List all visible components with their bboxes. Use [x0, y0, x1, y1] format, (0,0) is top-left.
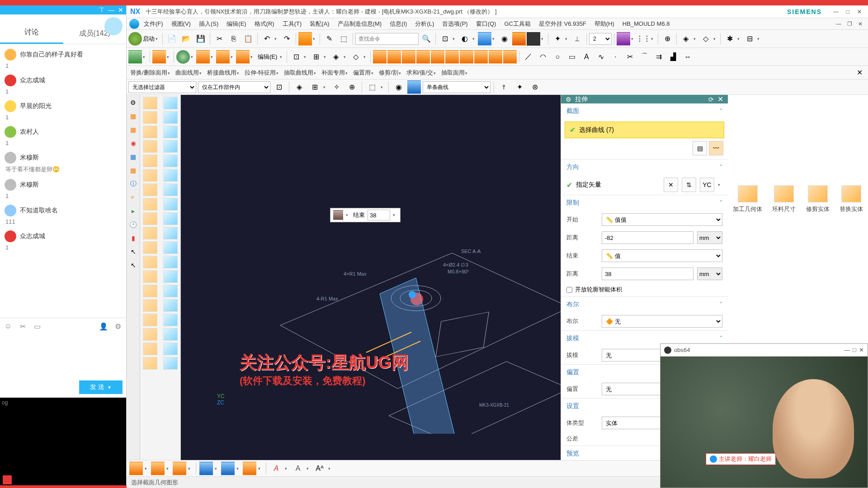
vector-dialog-icon[interactable]: ✕ — [664, 178, 678, 192]
vtool-a18[interactable] — [143, 357, 157, 370]
menu-item[interactable]: 星空外挂 V6.935F — [535, 19, 590, 29]
vtool-a9[interactable] — [143, 227, 157, 239]
vtool-b11[interactable] — [163, 256, 178, 268]
pin-icon[interactable]: ⊤ — [99, 6, 104, 14]
dim-icon[interactable]: ↔ — [681, 50, 694, 64]
feat2-icon[interactable] — [196, 50, 210, 64]
fillet-icon[interactable]: ⌒ — [637, 50, 651, 64]
menu-item[interactable]: 装配(A) — [306, 19, 333, 29]
section-offset[interactable]: 偏置 — [566, 368, 579, 376]
sel3-icon[interactable]: ⊞ — [308, 80, 321, 94]
save-icon[interactable]: 💾 — [194, 32, 208, 46]
rail2-icon[interactable]: ▦ — [128, 125, 138, 135]
command-search[interactable] — [355, 33, 419, 45]
sel5-icon[interactable]: ⊕ — [345, 80, 359, 94]
right-button[interactable]: 加工几何体 — [733, 185, 762, 213]
menu-item[interactable]: 窗口(Q) — [472, 19, 500, 29]
nx-minimize-icon[interactable]: — — [831, 8, 841, 16]
curve-icon[interactable]: 〰 — [709, 141, 723, 155]
selection-filter[interactable]: 无选择过滤器 — [128, 81, 196, 93]
person-icon[interactable]: 👤 — [99, 322, 108, 331]
spline-icon[interactable]: ∿ — [594, 50, 608, 64]
gear-icon[interactable]: ⚙ — [113, 322, 123, 331]
custom-tool[interactable]: 抽取曲线用▾ — [282, 68, 318, 78]
clock-icon[interactable]: 🕐 — [128, 220, 138, 230]
custom-tool[interactable]: 曲面线用▾ — [174, 68, 203, 78]
start-type[interactable]: 📏 值值 — [602, 213, 722, 226]
datum-icon[interactable]: ✦ — [551, 32, 564, 46]
feat7-icon[interactable]: ◈ — [329, 50, 343, 64]
section-settings[interactable]: 设置 — [566, 402, 579, 410]
rail4-icon[interactable]: ▦ — [128, 152, 138, 162]
vtool-b13[interactable] — [163, 285, 178, 297]
assembly-icon[interactable] — [617, 32, 630, 46]
bt1-icon[interactable] — [129, 462, 143, 475]
vtool-a4[interactable] — [143, 155, 157, 167]
shade-icon[interactable]: ◐ — [458, 32, 472, 46]
dyn-box-icon[interactable] — [333, 210, 343, 220]
offset-icon[interactable]: ⇉ — [652, 50, 665, 64]
edit-menu[interactable]: 编辑(E) — [256, 53, 279, 61]
section-direction[interactable]: 方向 — [566, 163, 579, 171]
custom-tool[interactable]: 偏置用▾ — [351, 68, 375, 78]
feature-icon-6[interactable] — [460, 50, 473, 64]
tray-icon[interactable] — [3, 475, 12, 484]
open-icon[interactable]: 📂 — [179, 32, 193, 46]
menu-item[interactable]: 首选项(P) — [439, 19, 471, 29]
unit2[interactable]: mm — [697, 267, 722, 280]
extrude-icon[interactable] — [128, 50, 142, 64]
sel6-icon[interactable]: ⬚ — [365, 80, 379, 94]
start-icon[interactable] — [128, 32, 142, 46]
sphere-icon[interactable] — [176, 50, 190, 64]
menu-item[interactable]: 分析(L) — [411, 19, 438, 29]
vtool-a17[interactable] — [143, 343, 157, 355]
custom-tool[interactable]: 拉伸-特征用▾ — [243, 68, 280, 78]
chat-username[interactable]: 众志成城 — [20, 232, 45, 240]
trim-icon[interactable]: ✂ — [623, 50, 637, 64]
sel1-icon[interactable]: ⊡ — [272, 80, 286, 94]
dialog-gear-icon[interactable]: ⚙ — [566, 96, 571, 103]
line-icon[interactable]: ／ — [522, 50, 535, 64]
sel8-icon[interactable] — [407, 80, 421, 94]
vtool-a15[interactable] — [143, 314, 157, 326]
feat4-icon[interactable] — [236, 50, 250, 64]
sel10-icon[interactable]: ✦ — [513, 80, 526, 94]
menu-item[interactable]: 产品制造信息(M) — [334, 19, 386, 29]
chat-username[interactable]: 米穆斯 — [20, 181, 39, 189]
redo-icon[interactable]: ↷ — [280, 32, 293, 46]
vtool-b9[interactable] — [163, 227, 178, 239]
section-limits[interactable]: 限制 — [566, 199, 579, 207]
circle-icon[interactable]: ○ — [551, 50, 564, 64]
section-draft[interactable]: 拔模 — [566, 334, 579, 343]
misc4-icon[interactable]: ✱ — [723, 32, 736, 46]
menu-item[interactable]: 文件(F) — [140, 19, 167, 29]
chat-username[interactable]: 不知道取啥名 — [20, 206, 58, 215]
sketch2-icon[interactable]: ⬚ — [337, 32, 350, 46]
vtool-b10[interactable] — [163, 241, 178, 254]
bt4-icon[interactable] — [199, 462, 213, 475]
new-icon[interactable]: 📄 — [165, 32, 179, 46]
vector-reverse-icon[interactable]: ⇅ — [682, 178, 696, 192]
bt6-icon[interactable] — [243, 462, 256, 475]
chat-input[interactable] — [4, 333, 123, 379]
mdi-min-icon[interactable]: — — [834, 20, 844, 28]
menu-item[interactable]: 信息(I) — [386, 19, 410, 29]
nav-icon[interactable]: ⚙ — [128, 98, 138, 108]
vector-yc-button[interactable]: YC — [700, 178, 714, 192]
start-distance[interactable] — [602, 231, 693, 244]
custom-tool[interactable]: 补面专用▾ — [320, 68, 349, 78]
rail5-icon[interactable]: ▦ — [128, 165, 138, 175]
chat-username[interactable]: 众志成城 — [20, 76, 45, 84]
image-icon[interactable]: ▭ — [33, 322, 42, 331]
custom-tool[interactable]: 替换/删除面用▾ — [128, 68, 172, 78]
feature-icon-4[interactable] — [431, 50, 444, 64]
menu-item[interactable]: GC工具箱 — [500, 19, 534, 29]
chat-username[interactable]: 米穆斯 — [20, 154, 39, 162]
menu-item[interactable]: HB_MOULD M6.8 — [619, 19, 674, 28]
section-preview[interactable]: 预览 — [566, 450, 579, 458]
custom-tool[interactable]: 抽取面用▾ — [439, 68, 469, 78]
vtool-b18[interactable] — [163, 357, 178, 370]
chat-username[interactable]: 你靠自己的样子真好看 — [20, 51, 83, 59]
vtool-a2[interactable] — [143, 126, 157, 138]
tb3-close-icon[interactable]: ✕ — [853, 66, 866, 80]
